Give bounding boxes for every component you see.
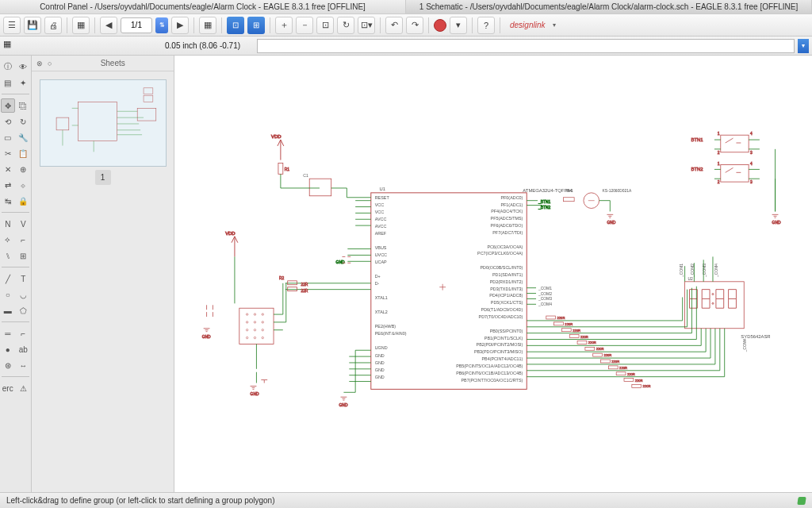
svg-rect-113: [569, 335, 579, 338]
c1-label: C1: [303, 174, 308, 178]
split-tool[interactable]: ⑊: [1, 248, 15, 263]
svg-text:AREF: AREF: [375, 231, 387, 236]
svg-text:220R: 220R: [580, 335, 588, 339]
pinswap-tool[interactable]: ⇄: [1, 178, 15, 192]
sheets-close2-icon[interactable]: ○: [48, 60, 52, 67]
copy-tool[interactable]: ⿻: [17, 98, 31, 113]
text-tool[interactable]: T: [17, 271, 31, 286]
svg-rect-121: [601, 360, 611, 363]
cam-button[interactable]: ▦: [72, 17, 90, 34]
svg-text:_COM4: _COM4: [743, 338, 747, 352]
help-button[interactable]: ?: [477, 17, 495, 34]
group-tool[interactable]: ▭: [1, 130, 15, 144]
paste-tool[interactable]: 📋: [17, 146, 31, 160]
gateswap-tool[interactable]: ⟐: [17, 178, 31, 192]
layer-tool[interactable]: ▤: [1, 75, 15, 90]
svg-text:1: 1: [718, 132, 720, 136]
svg-text:220R: 220R: [565, 322, 573, 326]
dimension-tool[interactable]: ↔: [17, 358, 31, 372]
svg-text:RESET: RESET: [375, 195, 390, 200]
save-button[interactable]: 💾: [24, 17, 41, 34]
print-button[interactable]: 🖨: [44, 17, 62, 34]
svg-text:VBUS: VBUS: [375, 245, 387, 250]
smash-tool[interactable]: ⟡: [1, 233, 15, 247]
prev-sheet-button[interactable]: ◀: [100, 17, 117, 34]
board-schematic-switch[interactable]: ▦: [199, 17, 216, 34]
zoom-in-button[interactable]: ＋: [275, 17, 293, 34]
run-script-button[interactable]: ▾: [450, 17, 467, 34]
lock-tool[interactable]: 🔒: [17, 194, 31, 208]
junction-tool[interactable]: ●: [1, 342, 15, 356]
svg-text:220R: 220R: [588, 341, 596, 344]
circle-tool[interactable]: ○: [1, 287, 15, 302]
erc-tool[interactable]: erc: [1, 381, 15, 395]
schematic-canvas[interactable]: ATMEGA32U4-TQFP44 U1 RESETVCCVCCAVCCAVCC…: [174, 56, 812, 492]
svg-text:PD6(T1/ADC9/OC4D): PD6(T1/ADC9/OC4D): [481, 307, 523, 312]
command-dropdown[interactable]: ▾: [798, 39, 809, 53]
delete-tool[interactable]: ✕: [1, 162, 15, 176]
next-sheet-button[interactable]: ▶: [171, 17, 189, 34]
svg-text:PD4(ICP1/ADC8): PD4(ICP1/ADC8): [489, 293, 523, 298]
sheet-1-thumbnail[interactable]: [40, 79, 167, 167]
miter-tool[interactable]: ⌐: [17, 233, 31, 247]
bus-tool[interactable]: ═: [1, 326, 15, 341]
svg-text:2: 2: [718, 180, 720, 184]
zoom-select-area-button[interactable]: ⊡▾: [358, 17, 375, 34]
designlink-label[interactable]: designlink: [505, 21, 550, 29]
open-button[interactable]: ☰: [3, 17, 21, 34]
body: ⓘ👁 ▤✦ ✥⿻ ⟲↻ ▭🔧 ✂📋 ✕⊕ ⇄⟐ ↹🔒 NV ⟡⌐ ⑊⊞ ╱T ○…: [0, 56, 812, 492]
grid-button[interactable]: ▦: [3, 39, 17, 53]
change-tool[interactable]: 🔧: [17, 130, 31, 144]
mirror-tool[interactable]: ⟲: [1, 114, 15, 129]
svg-rect-125: [616, 372, 626, 375]
svg-rect-127: [624, 379, 634, 382]
errors-tool[interactable]: ⚠: [17, 381, 31, 395]
polygon-tool[interactable]: ⬠: [17, 303, 31, 318]
svg-rect-109: [554, 322, 564, 325]
titlebar-tab-schematic[interactable]: 1 Schematic - /Users/oyvdahl/Documents/e…: [406, 0, 812, 13]
svg-text:PF7(ADC7/TDI): PF7(ADC7/TDI): [492, 230, 523, 235]
label-tool[interactable]: ab: [17, 342, 31, 356]
sheet-page-input[interactable]: [121, 17, 152, 33]
mark-tool[interactable]: ✦: [17, 75, 31, 90]
svg-text:_COM1: _COM1: [680, 264, 684, 278]
zoom-redraw-button[interactable]: ↻: [337, 17, 354, 34]
sheet-thumbnails: 1: [32, 71, 174, 492]
svg-point-56: [246, 321, 247, 323]
svg-text:PB2(PDI/PCINT2/MOSI): PB2(PDI/PCINT2/MOSI): [477, 342, 523, 347]
attribute-tool[interactable]: ⊛: [1, 358, 15, 372]
net-tool[interactable]: ⌐: [17, 326, 31, 341]
rotate-tool[interactable]: ↻: [17, 114, 31, 129]
svg-rect-111: [561, 329, 571, 332]
sheets-close-icon[interactable]: ⊗: [36, 60, 43, 67]
svg-text:_COM4: _COM4: [714, 264, 718, 278]
undo-button[interactable]: ↶: [385, 17, 403, 34]
value-tool[interactable]: V: [17, 217, 31, 231]
titlebar-tab-control-panel[interactable]: Control Panel - /Users/oyvdahl/Documents…: [0, 0, 406, 13]
cut-tool[interactable]: ✂: [1, 146, 15, 160]
show-tool[interactable]: 👁: [17, 60, 31, 74]
r1-label: R1: [285, 167, 290, 171]
info-tool[interactable]: ⓘ: [1, 60, 15, 74]
arc-tool[interactable]: ◡: [17, 287, 31, 302]
rect-tool[interactable]: ▬: [1, 303, 15, 318]
command-input[interactable]: [257, 39, 795, 53]
svg-text:R2: R2: [279, 276, 285, 280]
add-tool[interactable]: ⊕: [17, 162, 31, 176]
wire-tool[interactable]: ╱: [1, 271, 15, 286]
zoom-select-button[interactable]: ⊞: [247, 17, 265, 34]
svg-rect-2: [56, 117, 69, 130]
sheet-dropdown[interactable]: ⇅: [155, 17, 168, 33]
zoom-to-fit-button[interactable]: ⊡: [227, 17, 244, 34]
name-tool[interactable]: N: [1, 217, 15, 231]
zoom-out-button[interactable]: －: [296, 17, 313, 34]
designlink-dropdown[interactable]: ▾: [553, 21, 556, 29]
zoom-fit-button[interactable]: ⊡: [316, 17, 334, 34]
svg-point-62: [246, 337, 247, 338]
redo-button[interactable]: ↷: [406, 17, 423, 34]
stop-button[interactable]: [434, 19, 446, 32]
move-tool[interactable]: ✥: [1, 98, 15, 113]
replace-tool[interactable]: ↹: [1, 194, 15, 208]
svg-text:22R: 22R: [301, 283, 308, 287]
invoke-tool[interactable]: ⊞: [17, 248, 31, 263]
